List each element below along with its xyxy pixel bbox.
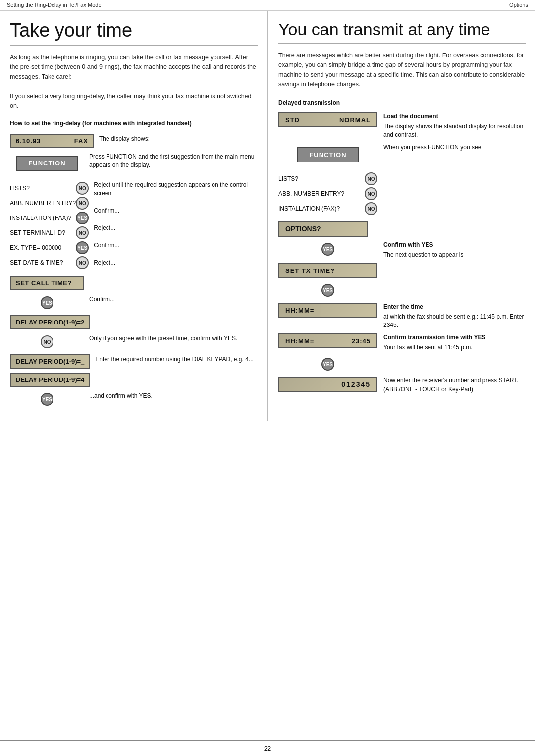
btn-yes-confirm3[interactable]: YES [41,296,54,309]
left-column: Take your time As long as the telephone … [0,11,268,421]
btn-no-lists[interactable]: NO [76,182,89,195]
step-function-display: FUNCTION [10,152,84,175]
btn-yes-final[interactable]: YES [41,393,54,406]
r-yes-tx-row: YES [278,282,526,299]
r-function-button[interactable]: FUNCTION [297,147,358,162]
delay1-no-row: NO Only if you agree with the preset tim… [10,333,258,350]
step-display1-row: 6.10.93 FAX The display shows: [10,134,258,148]
r-btn-yes-options[interactable]: YES [321,243,334,256]
hhmm-filled-left: HH:MM= [285,337,314,345]
function-button[interactable]: FUNCTION [16,156,77,171]
set-call-time-display: SET CALL TIME? [10,276,84,290]
load-doc-title: Load the document [383,112,526,121]
function-btn-container: FUNCTION [10,156,84,171]
left-section-heading: How to set the ring-delay (for machines … [10,119,258,128]
top-bar-left: Setting the Ring-Delay in Tel/Fax Mode [7,2,102,8]
lcd-hhmm-empty: HH:MM= [278,303,377,318]
r-confirm-yes-display: YES [278,241,377,258]
delay1-no-display: NO [10,333,84,350]
reject-desc-2: Reject... [94,259,115,266]
menu-row-lists: LISTS? NO [10,182,89,195]
btn-yes-extype[interactable]: YES [76,241,89,254]
r-set-tx-display: SET TX TIME? [278,263,377,278]
r-btn-yes-time[interactable]: YES [321,358,334,371]
set-call-time-box: SET CALL TIME? [10,276,84,290]
confirm-yes-desc: ...and confirm with YES. [89,391,258,400]
r-confirm-yes-row: YES Confirm with YES The next question t… [278,241,526,259]
confirm-tx-desc: Your fax will be sent at 11:45 p.m. [383,344,473,351]
menu-and-desc-row: LISTS? NO ABB. NUMBER ENTRY? NO INSTALLA… [10,180,258,271]
bottom-bar: 22 [0,740,535,756]
menu-items-display: LISTS? NO ABB. NUMBER ENTRY? NO INSTALLA… [10,180,89,271]
confirm3-desc: Confirm... [89,294,258,304]
r-menu-row-abb: ABB. NUMBER ENTRY? NO [278,187,377,200]
r-hhmm-empty-display: HH:MM= [278,303,377,318]
right-section-heading: Delayed transmission [278,99,526,107]
r-btn-no-abb[interactable]: NO [365,187,377,200]
btn-no-terminal[interactable]: NO [76,226,89,239]
r-function-desc: When you press FUNCTION you see: [383,143,526,152]
menu-label-terminal: SET TERMINAL I D? [10,229,76,236]
r-menu-label-lists: LISTS? [278,175,365,182]
confirm-tx-title: Confirm transmission time with YES [383,333,526,342]
btn-no-delay1[interactable]: NO [41,335,54,348]
delay1-desc [95,315,258,316]
r-set-tx-row: SET TX TIME? [278,263,526,278]
r-number-desc: Now enter the receiver's number and pres… [383,377,526,394]
step-display1: 6.10.93 FAX [10,134,94,148]
confirm3-row: YES Confirm... [10,294,258,311]
menu-label-install: INSTALLATION (FAX)? [10,215,76,221]
load-doc-desc: The display shows the standard display f… [383,123,523,138]
reject-desc-1: Reject... [94,224,115,231]
menu-desc: Reject until the required suggestion app… [94,180,258,267]
hhmm-empty-label: HH:MM= [285,307,314,314]
lcd-hhmm-filled: HH:MM= 23:45 [278,333,377,348]
r-menu-row: LISTS? NO ABB. NUMBER ENTRY? NO INSTALLA… [278,170,526,217]
delay3-row: DELAY PERIOD(1-9)=4 [10,373,258,387]
right-column: You can transmit at any time There are m… [268,11,535,421]
r-yes-time-display: YES [278,356,377,373]
left-intro: As long as the telephone is ringing, you… [10,53,258,110]
left-title: Take your time [10,20,258,46]
lcd-normal: NORMAL [339,116,371,124]
r-step-function-row: FUNCTION When you press FUNCTION you see… [278,143,526,166]
r-step-function-display: FUNCTION [278,143,377,166]
set-tx-time-label: SET TX TIME? [285,267,335,274]
confirm-yes-title: Confirm with YES [383,241,526,249]
r-btn-no-lists[interactable]: NO [365,172,377,185]
r-yes-tx-display: YES [278,282,377,299]
r-menu-label-install: INSTALLATION (FAX)? [278,205,365,212]
r-confirm-yes-desc: Confirm with YES The next question to ap… [383,241,526,259]
step-function-row: FUNCTION Press FUNCTION and the first su… [10,152,258,175]
confirm-yes-desc: The next question to appear is [383,251,463,258]
r-number-row: 012345 Now enter the receiver's number a… [278,377,526,394]
page-number: 22 [264,745,271,752]
menu-label-abb: ABB. NUMBER ENTRY? [10,200,76,207]
delay3-desc [95,373,258,374]
lcd-date: 6.10.93 [16,137,41,145]
r-confirm-tx-desc: Confirm transmission time with YES Your … [383,333,526,352]
confirm-desc-1: Confirm... [94,207,119,214]
delay1-row: DELAY PERIOD(1-9)=2 [10,315,258,329]
btn-no-abb[interactable]: NO [76,197,89,210]
r-btn-yes-tx[interactable]: YES [321,284,334,297]
confirm3-display: YES [10,294,84,311]
function-desc: Press FUNCTION and the first suggestion … [89,152,258,170]
r-options-display: OPTIONS? [278,221,377,237]
delay1-display: DELAY PERIOD(1-9)=2 [10,315,90,329]
enter-time-title: Enter the time [383,303,526,311]
r-number-display: 012345 [278,377,377,392]
btn-yes-install[interactable]: YES [76,212,89,224]
r-btn-no-install[interactable]: NO [365,202,377,215]
confirm-yes-row: YES ...and confirm with YES. [10,391,258,408]
confirm-desc-2: Confirm... [94,242,119,249]
delay2-desc: Enter the required number using the DIAL… [95,354,258,364]
menu-items-area: LISTS? NO ABB. NUMBER ENTRY? NO INSTALLA… [10,180,258,271]
r-hhmm-filled-display: HH:MM= 23:45 [278,333,377,348]
delay3-display: DELAY PERIOD(1-9)=4 [10,373,90,387]
lcd-std-normal: STD NORMAL [278,112,377,127]
btn-no-datetime[interactable]: NO [76,256,89,269]
main-columns: Take your time As long as the telephone … [0,10,535,421]
confirm-yes-display: YES [10,391,84,408]
reject-desc: Reject until the required suggestion app… [94,181,248,197]
